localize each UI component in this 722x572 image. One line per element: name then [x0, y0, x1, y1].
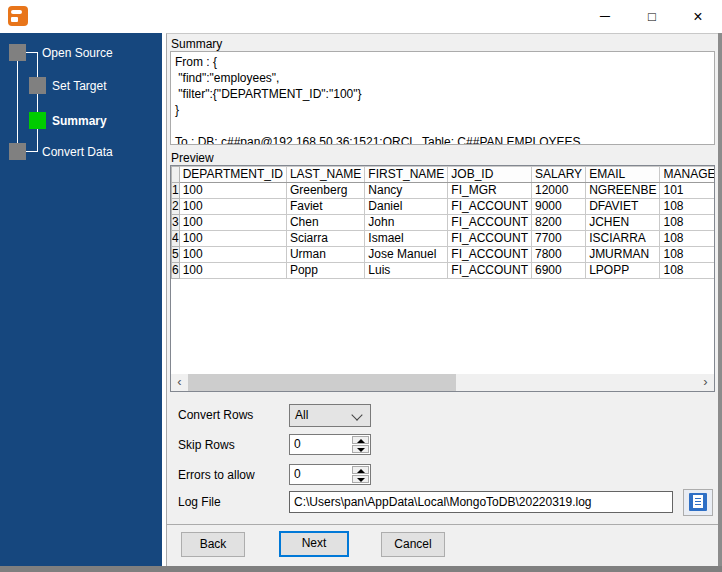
errors-increment-button[interactable] — [352, 466, 369, 474]
sidebar-step-summary: Summary — [52, 113, 107, 129]
column-header: SALARY — [531, 167, 585, 183]
preview-table-body: 1100GreenbergNancyFI_MGR12000NGREENBE101… — [172, 183, 715, 279]
arrow-down-icon — [357, 478, 365, 482]
table-cell: FI_MGR — [448, 183, 532, 199]
step-connector-line — [37, 52, 38, 151]
wizard-sidebar: Open Source Set Target Summary Convert D… — [0, 33, 162, 566]
log-file-input[interactable] — [289, 491, 673, 513]
skip-rows-label: Skip Rows — [178, 437, 235, 453]
skip-rows-stepper[interactable]: 0 — [289, 434, 371, 455]
arrow-down-icon — [357, 448, 365, 452]
table-cell: Sciarra — [286, 231, 364, 247]
column-header: LAST_NAME — [286, 167, 364, 183]
table-row: 4100SciarraIsmaelFI_ACCOUNT7700ISCIARRA1… — [172, 231, 715, 247]
skip-rows-increment-button[interactable] — [352, 436, 369, 444]
table-row: 6100PoppLuisFI_ACCOUNT6900LPOPP108 — [172, 263, 715, 279]
table-cell: 108 — [660, 215, 714, 231]
table-cell: 6900 — [531, 263, 585, 279]
row-number: 3 — [172, 215, 180, 231]
table-cell: FI_ACCOUNT — [448, 199, 532, 215]
button-bar-divider — [167, 524, 719, 525]
preview-table-viewport: DEPARTMENT_IDLAST_NAMEFIRST_NAMEJOB_IDSA… — [171, 166, 714, 374]
table-cell: Chen — [286, 215, 364, 231]
table-cell: ISCIARRA — [586, 231, 660, 247]
step-square-set-target — [29, 77, 46, 94]
close-button[interactable]: × — [682, 4, 714, 29]
table-cell: FI_ACCOUNT — [448, 263, 532, 279]
window-bottom-border — [0, 566, 722, 572]
column-header: DEPARTMENT_ID — [179, 167, 286, 183]
table-cell: DFAVIET — [586, 199, 660, 215]
column-header: FIRST_NAME — [365, 167, 448, 183]
column-header: MANAGER_ID — [660, 167, 714, 183]
horizontal-scrollbar[interactable]: ‹ › — [171, 374, 714, 391]
minimize-button[interactable]: ─ — [589, 4, 621, 29]
app-window: ─ □ × Open Source Set Target Summary Con… — [0, 0, 722, 572]
table-cell: 8200 — [531, 215, 585, 231]
errors-to-allow-stepper[interactable]: 0 — [289, 464, 371, 485]
table-cell: 101 — [660, 183, 714, 199]
table-cell: 108 — [660, 263, 714, 279]
table-cell: 7700 — [531, 231, 585, 247]
step-connector-line — [26, 151, 38, 152]
scroll-right-icon[interactable]: › — [697, 374, 714, 391]
table-cell: 12000 — [531, 183, 585, 199]
table-cell: 108 — [660, 231, 714, 247]
table-cell: FI_ACCOUNT — [448, 231, 532, 247]
back-button[interactable]: Back — [181, 532, 245, 557]
log-file-label: Log File — [178, 494, 221, 510]
table-cell: 100 — [179, 199, 286, 215]
document-icon — [689, 493, 707, 511]
row-number: 6 — [172, 263, 180, 279]
arrow-up-icon — [357, 439, 365, 443]
convert-rows-label: Convert Rows — [178, 407, 253, 423]
row-number: 1 — [172, 183, 180, 199]
chevron-down-icon — [351, 409, 362, 420]
scrollbar-thumb[interactable] — [188, 374, 456, 391]
sidebar-step-open-source: Open Source — [42, 45, 113, 61]
table-cell: Luis — [365, 263, 448, 279]
row-number: 4 — [172, 231, 180, 247]
view-log-button[interactable] — [683, 489, 713, 516]
table-cell: NGREENBE — [586, 183, 660, 199]
title-bar: ─ □ × — [0, 0, 722, 33]
table-cell: 108 — [660, 247, 714, 263]
table-cell: 7800 — [531, 247, 585, 263]
summary-textbox: From : { "find":"employees", "filter":{"… — [170, 51, 715, 145]
table-row: 1100GreenbergNancyFI_MGR12000NGREENBE101 — [172, 183, 715, 199]
step-square-open-source — [9, 44, 26, 61]
preview-grid: DEPARTMENT_IDLAST_NAMEFIRST_NAMEJOB_IDSA… — [170, 165, 715, 392]
table-cell: Jose Manuel — [365, 247, 448, 263]
errors-to-allow-label: Errors to allow — [178, 467, 255, 483]
corner-cell — [172, 167, 180, 183]
preview-header-row: DEPARTMENT_IDLAST_NAMEFIRST_NAMEJOB_IDSA… — [172, 167, 715, 183]
summary-section-label: Summary — [171, 37, 222, 51]
table-cell: 100 — [179, 183, 286, 199]
table-cell: 108 — [660, 199, 714, 215]
sidebar-step-convert-data: Convert Data — [42, 144, 113, 160]
next-button[interactable]: Next — [279, 531, 349, 557]
table-cell: Nancy — [365, 183, 448, 199]
maximize-button[interactable]: □ — [636, 4, 668, 29]
sidebar-step-set-target: Set Target — [52, 78, 106, 94]
table-cell: Daniel — [365, 199, 448, 215]
row-number: 5 — [172, 247, 180, 263]
skip-rows-value: 0 — [294, 435, 301, 454]
scroll-left-icon[interactable]: ‹ — [171, 374, 188, 391]
skip-rows-decrement-button[interactable] — [352, 445, 369, 453]
table-cell: JMURMAN — [586, 247, 660, 263]
convert-rows-select[interactable]: All — [289, 404, 371, 427]
window-right-border — [718, 33, 722, 566]
table-cell: Faviet — [286, 199, 364, 215]
table-cell: LPOPP — [586, 263, 660, 279]
table-row: 2100FavietDanielFI_ACCOUNT9000DFAVIET108 — [172, 199, 715, 215]
errors-decrement-button[interactable] — [352, 475, 369, 483]
convert-rows-value: All — [295, 408, 308, 422]
arrow-up-icon — [357, 469, 365, 473]
cancel-button[interactable]: Cancel — [381, 532, 445, 557]
column-header: EMAIL — [586, 167, 660, 183]
table-row: 5100UrmanJose ManuelFI_ACCOUNT7800JMURMA… — [172, 247, 715, 263]
content-panel: Summary From : { "find":"employees", "fi… — [166, 33, 718, 566]
row-number: 2 — [172, 199, 180, 215]
table-cell: 100 — [179, 247, 286, 263]
